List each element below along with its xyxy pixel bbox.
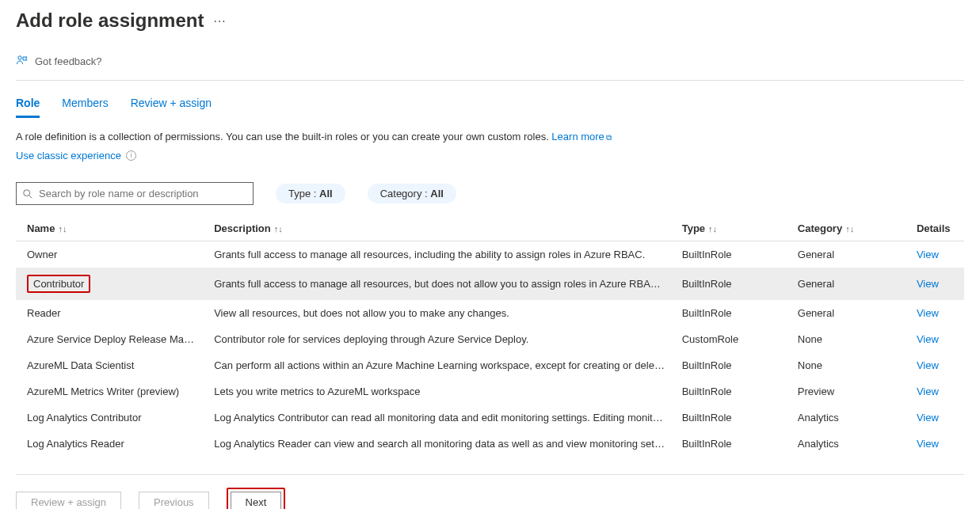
page-title: Add role assignment	[16, 9, 204, 32]
role-name: AzureML Metrics Writer (preview)	[16, 378, 206, 405]
review-assign-button[interactable]: Review + assign	[16, 492, 121, 509]
col-type[interactable]: Type↑↓	[674, 216, 790, 241]
use-classic-link[interactable]: Use classic experience	[16, 148, 121, 164]
info-icon[interactable]: i	[126, 150, 136, 161]
role-name: Log Analytics Reader	[16, 431, 206, 457]
role-category: Analytics	[790, 405, 909, 431]
table-row[interactable]: ContributorGrants full access to manage …	[16, 268, 964, 300]
role-category: General	[790, 300, 909, 326]
role-type: BuiltInRole	[674, 378, 790, 405]
table-row[interactable]: Log Analytics ReaderLog Analytics Reader…	[16, 431, 964, 457]
view-link[interactable]: View	[917, 359, 939, 371]
table-row[interactable]: ReaderView all resources, but does not a…	[16, 300, 964, 326]
feedback-link[interactable]: Got feedback?	[35, 55, 102, 67]
role-type: BuiltInRole	[674, 405, 790, 431]
tab-members[interactable]: Members	[62, 97, 108, 118]
role-desc: Grants full access to manage all resourc…	[206, 241, 673, 268]
view-link[interactable]: View	[917, 307, 939, 319]
col-description[interactable]: Description↑↓	[206, 216, 673, 241]
role-name: Owner	[16, 241, 206, 268]
sort-icon: ↑↓	[58, 224, 67, 234]
category-filter[interactable]: Category : All	[368, 184, 456, 203]
selected-role-highlight: Contributor	[27, 275, 90, 293]
role-name: Reader	[16, 300, 206, 326]
table-row[interactable]: Azure Service Deploy Release Manage…Cont…	[16, 326, 964, 352]
role-category: None	[790, 326, 909, 352]
role-type: BuiltInRole	[674, 241, 790, 268]
svg-line-2	[29, 195, 32, 198]
table-row[interactable]: AzureML Metrics Writer (preview)Lets you…	[16, 378, 964, 405]
tab-review-assign[interactable]: Review + assign	[131, 97, 212, 118]
external-link-icon: ⧉	[606, 133, 612, 142]
more-menu-icon[interactable]: ⋯	[213, 13, 227, 28]
role-type: BuiltInRole	[674, 352, 790, 378]
role-desc: Can perform all actions within an Azure …	[206, 352, 673, 378]
svg-point-0	[18, 56, 21, 59]
col-name[interactable]: Name↑↓	[16, 216, 206, 241]
role-desc: Log Analytics Contributor can read all m…	[206, 405, 673, 431]
previous-button[interactable]: Previous	[139, 492, 209, 509]
role-description-text: A role definition is a collection of per…	[16, 131, 551, 142]
role-desc: View all resources, but does not allow y…	[206, 300, 673, 326]
role-type: BuiltInRole	[674, 268, 790, 300]
svg-point-1	[24, 189, 30, 196]
view-link[interactable]: View	[917, 438, 939, 450]
view-link[interactable]: View	[917, 278, 939, 290]
view-link[interactable]: View	[917, 386, 939, 397]
roles-table: Name↑↓ Description↑↓ Type↑↓ Category↑↓ D…	[16, 216, 964, 457]
role-type: CustomRole	[674, 326, 790, 352]
role-category: Analytics	[790, 431, 909, 457]
view-link[interactable]: View	[917, 412, 939, 424]
search-icon	[22, 188, 33, 199]
role-name: Log Analytics Contributor	[16, 405, 206, 431]
next-highlight: Next	[227, 488, 286, 509]
role-type: BuiltInRole	[674, 431, 790, 457]
role-type: BuiltInRole	[674, 300, 790, 326]
table-row[interactable]: OwnerGrants full access to manage all re…	[16, 241, 964, 268]
role-category: General	[790, 241, 909, 268]
role-name: AzureML Data Scientist	[16, 352, 206, 378]
role-category: General	[790, 268, 909, 300]
role-category: Preview	[790, 378, 909, 405]
role-desc: Contributor role for services deploying …	[206, 326, 673, 352]
sort-icon: ↑↓	[274, 224, 283, 234]
col-category[interactable]: Category↑↓	[790, 216, 909, 241]
learn-more-link[interactable]: Learn more⧉	[551, 131, 611, 142]
role-name: Azure Service Deploy Release Manage…	[16, 326, 206, 352]
role-desc: Grants full access to manage all resourc…	[206, 268, 673, 300]
sort-icon: ↑↓	[708, 224, 717, 234]
table-row[interactable]: Log Analytics ContributorLog Analytics C…	[16, 405, 964, 431]
role-desc: Log Analytics Reader can view and search…	[206, 431, 673, 457]
role-category: None	[790, 352, 909, 378]
view-link[interactable]: View	[917, 249, 939, 260]
col-details: Details	[909, 216, 964, 241]
table-row[interactable]: AzureML Data ScientistCan perform all ac…	[16, 352, 964, 378]
next-button[interactable]: Next	[231, 492, 282, 509]
type-filter[interactable]: Type : All	[276, 184, 345, 203]
role-name: Contributor	[16, 268, 206, 300]
feedback-icon	[16, 54, 29, 69]
view-link[interactable]: View	[917, 333, 939, 345]
tab-role[interactable]: Role	[16, 97, 40, 118]
role-desc: Lets you write metrics to AzureML worksp…	[206, 378, 673, 405]
sort-icon: ↑↓	[845, 224, 854, 234]
search-input[interactable]	[16, 182, 254, 205]
